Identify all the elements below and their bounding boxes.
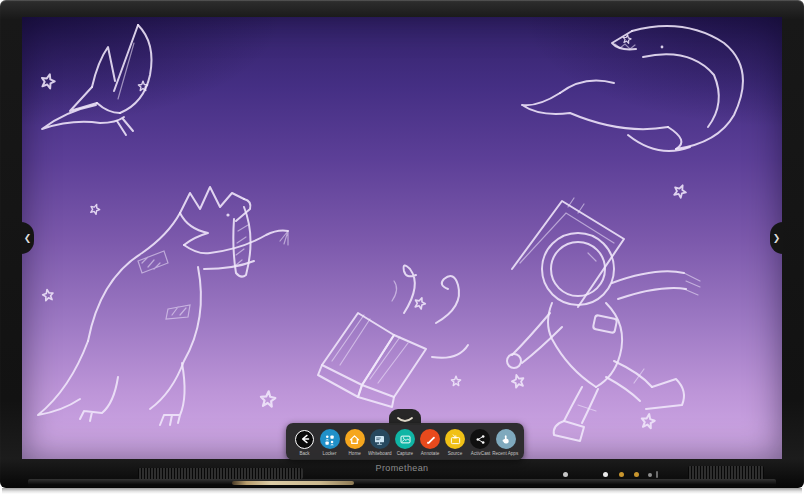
annotate-pen-icon [420,429,440,449]
taskbar-item-whiteboard[interactable]: Whiteboard [367,429,392,456]
drawing-sea-monster [522,26,743,151]
taskbar-item-source[interactable]: Source [443,429,468,456]
home-icon [345,429,365,449]
taskbar-item-capture[interactable]: Capture [393,429,418,456]
panel-shadow [2,488,802,494]
taskbar-item-locker[interactable]: Locker [317,429,342,456]
capture-image-icon [395,429,415,449]
source-input-icon [445,429,465,449]
taskbar-item-recent-apps[interactable]: Recent Apps [493,429,518,456]
locker-grid-icon [320,429,340,449]
taskbar-item-annotate[interactable]: Annotate [418,429,443,456]
taskbar-item-activcast[interactable]: ActivCast [468,429,493,456]
activpanel-device: ❮ ❯ Back Locker [0,0,804,494]
pen-tray [28,479,776,487]
whiteboard-canvas[interactable] [22,17,782,459]
drawing-astronaut [507,198,700,441]
stylus-pen [232,481,354,485]
chalk-drawings [22,17,782,459]
taskbar: Back Locker Home [286,423,524,460]
promethean-logo: Promethean [0,463,804,473]
taskbar-item-back[interactable]: Back [292,430,317,456]
back-arrow-icon [295,430,314,449]
chevron-left-icon: ❮ [24,233,32,243]
recent-apps-hand-icon [496,429,516,449]
status-led [648,473,652,477]
drawing-stars [40,34,688,428]
activcast-share-icon [470,429,490,449]
chevron-right-icon: ❯ [773,233,781,243]
drawing-magic-book [318,265,468,407]
drawing-pterodactyl [42,25,152,135]
whiteboard-icon [370,429,390,449]
drawing-triceratops-unicorn [38,187,288,425]
taskbar-item-home[interactable]: Home [342,429,367,456]
right-flyout-tab[interactable]: ❯ [770,222,783,254]
